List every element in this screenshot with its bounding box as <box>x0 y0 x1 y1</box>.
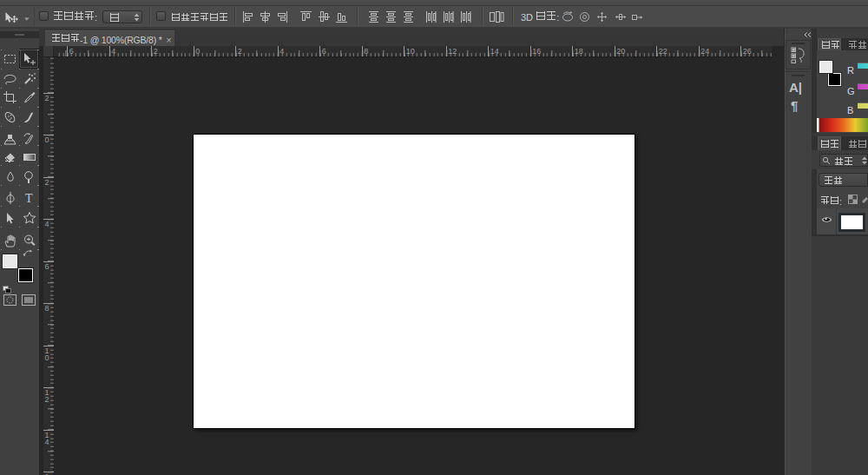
svg-text:T: T <box>25 192 33 205</box>
